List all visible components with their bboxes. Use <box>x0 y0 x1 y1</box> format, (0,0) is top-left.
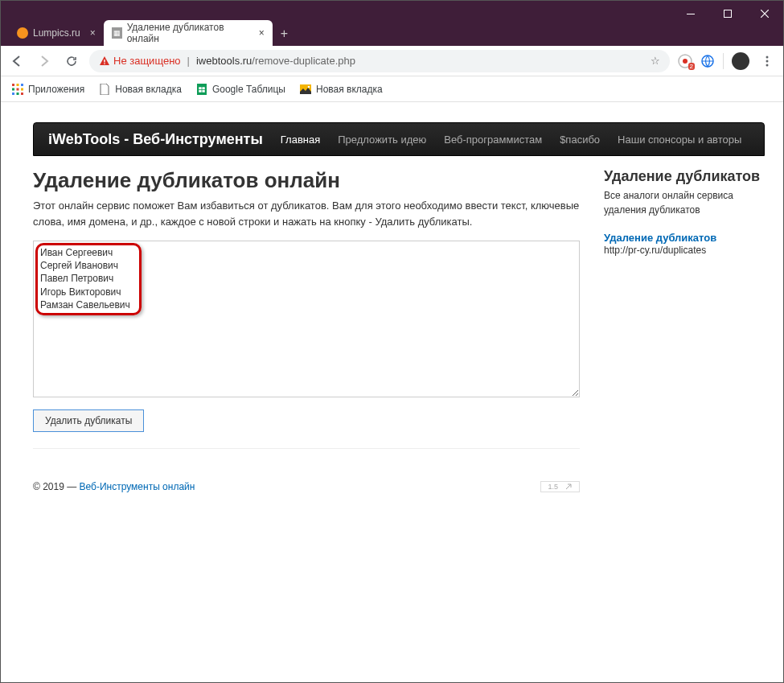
svg-rect-13 <box>12 88 14 90</box>
svg-rect-18 <box>21 93 23 95</box>
bookmark-sheets[interactable]: Google Таблицы <box>196 84 285 95</box>
insecure-label: Не защищено <box>113 55 181 67</box>
globe-icon <box>700 54 715 68</box>
sidebar-url: http://pr-cy.ru/duplicates <box>604 245 706 256</box>
address-bar: Не защищено | iwebtools.ru/remove-duplic… <box>1 46 783 76</box>
divider <box>33 448 580 449</box>
svg-rect-10 <box>12 84 14 86</box>
sidebar-description: Все аналоги онлайн сервиса удаления дубл… <box>604 188 765 217</box>
menu-dots-icon <box>761 56 773 67</box>
bookmark-star-icon[interactable]: ☆ <box>651 55 660 67</box>
svg-point-8 <box>766 60 769 62</box>
maximize-button[interactable] <box>709 1 746 27</box>
svg-rect-1 <box>724 10 732 18</box>
svg-rect-11 <box>17 84 19 86</box>
bookmark-label: Новая вкладка <box>316 84 383 95</box>
svg-rect-2 <box>104 60 105 63</box>
site-brand[interactable]: iWebTools - Веб-Инструменты <box>48 131 263 148</box>
svg-rect-14 <box>17 88 19 90</box>
extension-badge: 2 <box>688 63 695 70</box>
minimize-button[interactable] <box>672 1 709 27</box>
page-description: Этот онлайн сервис поможет Вам избавитьс… <box>33 198 580 229</box>
footer-badge[interactable]: 1.5 <box>540 481 580 492</box>
sidebar-title: Удаление дубликатов <box>604 168 765 185</box>
close-window-button[interactable] <box>746 1 783 27</box>
footer-link[interactable]: Веб-Инструменты онлайн <box>80 481 195 492</box>
svg-point-5 <box>683 59 688 64</box>
nav-programmers[interactable]: Веб-программистам <box>444 134 542 146</box>
favicon-icon <box>17 27 28 39</box>
svg-rect-0 <box>687 14 695 14</box>
remove-duplicates-button[interactable]: Удалить дубликаты <box>33 409 144 432</box>
favicon-icon: ▦ <box>112 27 122 39</box>
url-host: iwebtools.ru <box>196 55 252 67</box>
browser-tab-lumpics[interactable]: Lumpics.ru × <box>9 20 104 46</box>
extension-button[interactable]: 2 <box>678 54 692 68</box>
page-content: iWebTools - Веб-Инструменты Главная Пред… <box>1 102 783 683</box>
browser-tab-iwebtools[interactable]: ▦ Удаление дубликатов онлайн × <box>104 20 273 46</box>
new-tab-button[interactable]: + <box>273 27 296 46</box>
image-icon <box>300 84 311 95</box>
external-link-icon <box>564 483 573 491</box>
close-icon <box>761 10 769 18</box>
nav-sponsors[interactable]: Наши спонсоры и авторы <box>618 134 741 146</box>
close-icon[interactable]: × <box>259 27 265 39</box>
nav-suggest[interactable]: Предложить идею <box>338 134 426 146</box>
menu-button[interactable] <box>757 51 777 71</box>
forward-button[interactable] <box>35 51 54 71</box>
nav-thanks[interactable]: $пасибо <box>560 134 600 146</box>
url-path: /remove-duplicate.php <box>252 55 355 67</box>
sheets-icon <box>196 84 207 95</box>
svg-point-25 <box>308 85 310 88</box>
bookmark-newtab2[interactable]: Новая вкладка <box>300 84 383 95</box>
page-icon <box>99 84 110 95</box>
bookmark-label: Новая вкладка <box>115 84 182 95</box>
maximize-icon <box>724 10 732 18</box>
bookmark-label: Google Таблицы <box>212 84 285 95</box>
svg-point-9 <box>766 64 769 66</box>
svg-rect-16 <box>12 93 14 95</box>
sidebar-link[interactable]: Удаление дубликатов <box>604 232 716 244</box>
duplicates-textarea[interactable] <box>33 241 580 397</box>
reload-icon <box>65 55 78 68</box>
bookmark-label: Приложения <box>28 84 84 95</box>
arrow-left-icon <box>10 55 23 68</box>
svg-point-7 <box>766 56 769 58</box>
nav-home[interactable]: Главная <box>281 134 320 146</box>
footer: © 2019 — Веб-Инструменты онлайн 1.5 <box>33 481 580 508</box>
bookmark-newtab1[interactable]: Новая вкладка <box>99 84 182 95</box>
copyright-prefix: © 2019 — <box>33 481 80 492</box>
tab-title: Удаление дубликатов онлайн <box>127 22 249 44</box>
apps-icon <box>12 84 23 95</box>
back-button[interactable] <box>7 51 27 71</box>
reload-button[interactable] <box>62 51 81 71</box>
bookmark-apps[interactable]: Приложения <box>12 84 84 95</box>
svg-rect-3 <box>104 63 105 64</box>
arrow-right-icon <box>38 55 51 68</box>
svg-rect-15 <box>21 88 23 90</box>
site-nav: iWebTools - Веб-Инструменты Главная Пред… <box>33 122 765 156</box>
page-title: Удаление дубликатов онлайн <box>33 168 580 193</box>
svg-rect-17 <box>17 93 19 95</box>
tab-title: Lumpics.ru <box>33 27 80 39</box>
bookmarks-bar: Приложения Новая вкладка Google Таблицы … <box>1 76 783 102</box>
window-titlebar: Lumpics.ru × ▦ Удаление дубликатов онлай… <box>1 1 783 46</box>
profile-avatar[interactable] <box>732 52 749 70</box>
extension-globe-button[interactable] <box>700 54 715 68</box>
minimize-icon <box>687 14 695 14</box>
close-icon[interactable]: × <box>90 27 96 39</box>
url-input[interactable]: Не защищено | iwebtools.ru/remove-duplic… <box>89 50 670 72</box>
insecure-warning: Не защищено <box>99 55 181 67</box>
warning-icon <box>99 56 110 67</box>
svg-rect-12 <box>21 84 23 86</box>
